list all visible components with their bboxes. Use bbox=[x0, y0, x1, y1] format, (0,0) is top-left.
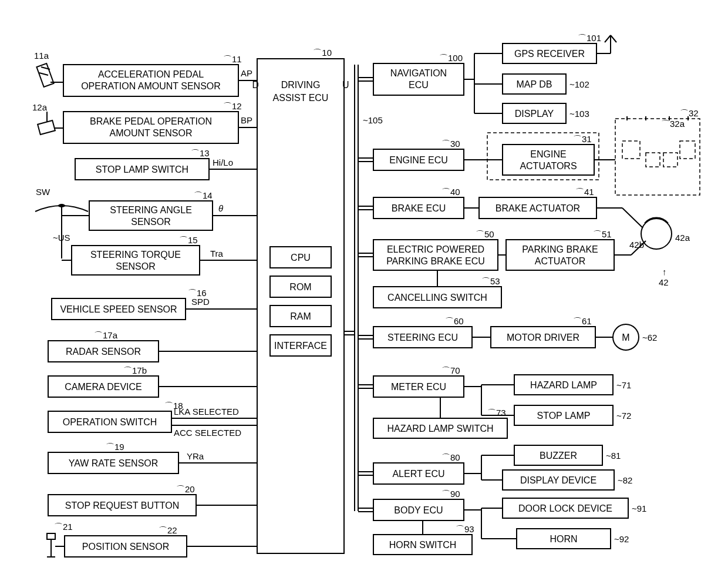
svg-text:⌒101: ⌒101 bbox=[578, 33, 601, 43]
svg-text:ACCELERATION PEDAL: ACCELERATION PEDAL bbox=[98, 69, 204, 79]
svg-text:⌒100: ⌒100 bbox=[439, 53, 463, 63]
svg-text:SPD: SPD bbox=[191, 297, 210, 307]
svg-text:SENSOR: SENSOR bbox=[131, 217, 171, 227]
system-block-diagram: ⌒10 DRIVING ASSIST ECU DRIVING ASSIST EC… bbox=[0, 0, 728, 581]
svg-text:⌒17b: ⌒17b bbox=[123, 365, 147, 375]
central-ecu-line1: DRIVING bbox=[281, 80, 321, 90]
svg-text:⌒10: ⌒10 bbox=[313, 48, 332, 58]
svg-line-153 bbox=[622, 208, 643, 228]
svg-rect-134 bbox=[646, 153, 660, 167]
svg-text:BP: BP bbox=[241, 115, 252, 125]
svg-text:~91: ~91 bbox=[632, 503, 646, 513]
svg-text:⌒90: ⌒90 bbox=[441, 489, 460, 499]
svg-text:⌒20: ⌒20 bbox=[176, 484, 195, 494]
svg-text:OPERATION AMOUNT SENSOR: OPERATION AMOUNT SENSOR bbox=[81, 81, 221, 91]
svg-text:CAMERA DEVICE: CAMERA DEVICE bbox=[65, 382, 142, 392]
svg-text:⌒12: ⌒12 bbox=[223, 101, 242, 111]
svg-point-151 bbox=[641, 219, 672, 249]
svg-text:AMOUNT SENSOR: AMOUNT SENSOR bbox=[109, 128, 192, 138]
svg-text:BUZZER: BUZZER bbox=[540, 451, 577, 461]
svg-line-106 bbox=[605, 35, 611, 42]
svg-rect-3 bbox=[258, 73, 343, 109]
svg-text:HAZARD LAMP: HAZARD LAMP bbox=[530, 380, 597, 390]
svg-text:DISPLAY DEVICE: DISPLAY DEVICE bbox=[520, 475, 596, 485]
pedal-icon bbox=[36, 63, 53, 87]
svg-text:~105: ~105 bbox=[363, 115, 383, 125]
svg-text:~103: ~103 bbox=[569, 109, 589, 119]
svg-rect-133 bbox=[622, 141, 640, 159]
svg-rect-135 bbox=[663, 153, 678, 167]
brake-pedal-icon bbox=[38, 112, 55, 135]
svg-text:SW: SW bbox=[36, 187, 50, 197]
svg-text:YAW RATE SENSOR: YAW RATE SENSOR bbox=[69, 458, 159, 468]
svg-text:YRa: YRa bbox=[187, 451, 204, 461]
svg-text:BODY ECU: BODY ECU bbox=[394, 505, 443, 515]
svg-text:~82: ~82 bbox=[618, 475, 632, 485]
svg-text:DISPLAY: DISPLAY bbox=[515, 109, 554, 119]
svg-text:METER ECU: METER ECU bbox=[391, 382, 446, 392]
svg-text:⌒51: ⌒51 bbox=[593, 229, 612, 239]
svg-line-107 bbox=[611, 35, 616, 42]
svg-rect-19 bbox=[38, 120, 55, 135]
svg-text:ENGINE ECU: ENGINE ECU bbox=[389, 155, 448, 165]
svg-text:BRAKE ACTUATOR: BRAKE ACTUATOR bbox=[496, 203, 580, 213]
svg-text:~92: ~92 bbox=[614, 534, 629, 544]
svg-text:⌒11: ⌒11 bbox=[223, 54, 242, 64]
svg-text:⌒60: ⌒60 bbox=[445, 316, 464, 326]
svg-text:MAP DB: MAP DB bbox=[516, 79, 552, 89]
svg-text:⌒70: ⌒70 bbox=[441, 365, 460, 375]
svg-text:Tra: Tra bbox=[210, 248, 224, 258]
svg-text:⌒73: ⌒73 bbox=[487, 408, 506, 418]
svg-text:M: M bbox=[622, 333, 629, 342]
svg-text:~US: ~US bbox=[53, 233, 70, 243]
svg-text:ACTUATORS: ACTUATORS bbox=[520, 161, 577, 171]
svg-text:STOP REQUEST BUTTON: STOP REQUEST BUTTON bbox=[65, 501, 179, 511]
svg-text:STEERING ANGLE: STEERING ANGLE bbox=[110, 205, 192, 215]
seat-icon bbox=[47, 533, 55, 557]
svg-text:CANCELLING SWITCH: CANCELLING SWITCH bbox=[387, 293, 487, 303]
svg-text:STOP LAMP: STOP LAMP bbox=[537, 411, 591, 421]
svg-text:12a: 12a bbox=[32, 102, 48, 112]
svg-text:PARKING BRAKE: PARKING BRAKE bbox=[522, 244, 598, 254]
svg-text:NAVIGATION: NAVIGATION bbox=[390, 68, 447, 78]
svg-text:GPS RECEIVER: GPS RECEIVER bbox=[514, 49, 585, 59]
svg-text:DOOR LOCK DEVICE: DOOR LOCK DEVICE bbox=[518, 503, 612, 513]
svg-text:MOTOR DRIVER: MOTOR DRIVER bbox=[507, 333, 579, 342]
svg-text:⌒53: ⌒53 bbox=[481, 276, 500, 286]
svg-text:⌒93: ⌒93 bbox=[456, 524, 474, 534]
svg-rect-130 bbox=[615, 119, 700, 195]
svg-text:⌒19: ⌒19 bbox=[106, 442, 124, 452]
svg-rect-8 bbox=[36, 63, 53, 87]
svg-rect-81 bbox=[47, 533, 55, 539]
svg-text:STEERING ECU: STEERING ECU bbox=[387, 333, 458, 342]
svg-text:PARKING BRAKE ECU: PARKING BRAKE ECU bbox=[386, 256, 485, 266]
svg-text:BRAKE PEDAL OPERATION: BRAKE PEDAL OPERATION bbox=[90, 116, 212, 126]
svg-text:HORN SWITCH: HORN SWITCH bbox=[389, 540, 457, 550]
svg-text:~71: ~71 bbox=[616, 380, 631, 390]
svg-text:⌒21: ⌒21 bbox=[54, 522, 73, 532]
cpu-box: CPU bbox=[291, 253, 311, 263]
svg-text:42a: 42a bbox=[675, 233, 690, 243]
svg-text:⌒80: ⌒80 bbox=[441, 452, 460, 462]
svg-text:⌒61: ⌒61 bbox=[573, 316, 592, 326]
svg-text:ACTUATOR: ACTUATOR bbox=[535, 256, 586, 266]
svg-text:⌒17a: ⌒17a bbox=[94, 330, 118, 340]
svg-text:OPERATION SWITCH: OPERATION SWITCH bbox=[63, 417, 157, 427]
svg-text:Hi/Lo: Hi/Lo bbox=[213, 157, 233, 167]
svg-text:11a: 11a bbox=[34, 51, 49, 61]
svg-text:ENGINE: ENGINE bbox=[530, 149, 566, 159]
svg-text:AP: AP bbox=[241, 68, 252, 78]
svg-text:⌒32: ⌒32 bbox=[680, 108, 699, 118]
svg-rect-136 bbox=[680, 141, 695, 159]
interface-box: INTERFACE bbox=[274, 341, 327, 351]
svg-text:ALERT ECU: ALERT ECU bbox=[392, 469, 444, 479]
svg-text:⌒22: ⌒22 bbox=[159, 525, 177, 535]
svg-text:HORN: HORN bbox=[550, 534, 577, 544]
central-ecu-line2: ASSIST ECU bbox=[273, 93, 329, 103]
svg-text:SENSOR: SENSOR bbox=[116, 261, 156, 271]
ram-box: RAM bbox=[290, 311, 311, 321]
svg-text:~62: ~62 bbox=[642, 333, 657, 342]
svg-text:⌒32a: ⌒32a bbox=[661, 119, 685, 129]
svg-text:42: 42 bbox=[659, 277, 669, 287]
svg-text:⌒15: ⌒15 bbox=[179, 235, 198, 245]
